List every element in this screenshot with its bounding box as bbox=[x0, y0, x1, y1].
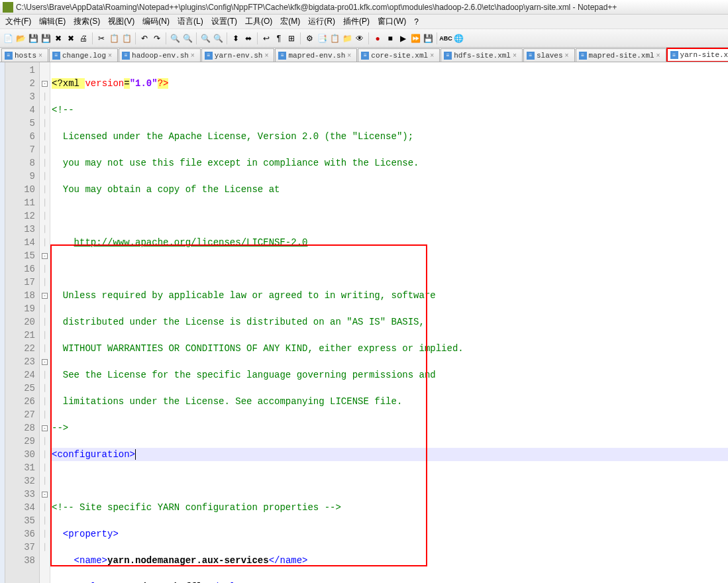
fold-marker[interactable]: │ bbox=[40, 183, 50, 196]
save-all-icon[interactable]: 💾 bbox=[40, 32, 52, 44]
fold-marker[interactable]: - bbox=[40, 77, 50, 90]
fold-marker[interactable]: - bbox=[40, 421, 50, 435]
fold-marker[interactable]: - bbox=[40, 488, 50, 501]
tab-hadoop-env-sh[interactable]: ≡hadoop-env.sh× bbox=[119, 48, 201, 62]
fold-marker[interactable]: │ bbox=[40, 342, 50, 355]
fold-marker[interactable]: │ bbox=[40, 143, 50, 156]
menu-encoding[interactable]: 编码(N) bbox=[138, 15, 174, 28]
tab-change-log[interactable]: ≡change.log× bbox=[49, 48, 118, 62]
fold-marker[interactable]: - bbox=[40, 355, 50, 368]
close-icon[interactable]: × bbox=[38, 52, 45, 59]
fold-marker[interactable]: │ bbox=[40, 130, 50, 143]
editor[interactable]: 1234567891011121314151617181920212223242… bbox=[0, 62, 728, 583]
fold-marker[interactable]: │ bbox=[40, 501, 50, 514]
menu-settings[interactable]: 设置(T) bbox=[207, 15, 241, 28]
menu-help[interactable]: ? bbox=[410, 16, 423, 28]
tab-mapred-site-xml[interactable]: ≡mapred-site.xml× bbox=[576, 48, 666, 62]
fold-marker[interactable]: │ bbox=[40, 408, 50, 421]
fold-marker[interactable]: │ bbox=[40, 527, 50, 541]
doc-map-icon[interactable]: 📑 bbox=[316, 32, 328, 44]
fold-marker[interactable]: │ bbox=[40, 461, 50, 474]
close-icon[interactable]: × bbox=[108, 52, 115, 59]
folder-icon[interactable]: 📁 bbox=[341, 32, 353, 44]
ftp-icon[interactable]: 🌐 bbox=[452, 32, 464, 44]
close-icon[interactable]: × bbox=[430, 52, 437, 59]
close-icon[interactable]: × bbox=[513, 52, 519, 59]
fold-marker[interactable]: │ bbox=[40, 315, 50, 329]
zoom-out-icon[interactable]: 🔍 bbox=[212, 32, 224, 44]
find-icon[interactable]: 🔍 bbox=[169, 32, 181, 44]
close-icon[interactable]: × bbox=[565, 52, 572, 59]
fold-marker[interactable]: │ bbox=[40, 209, 50, 223]
fold-marker[interactable]: │ bbox=[40, 435, 50, 448]
new-file-icon[interactable]: 📄 bbox=[2, 32, 14, 44]
sync-h-icon[interactable]: ⬌ bbox=[242, 32, 254, 44]
replace-icon[interactable]: 🔍 bbox=[182, 32, 193, 44]
tab-slaves[interactable]: ≡slaves× bbox=[523, 48, 575, 62]
close-icon[interactable]: × bbox=[656, 52, 663, 59]
zoom-in-icon[interactable]: 🔍 bbox=[199, 32, 211, 44]
open-file-icon[interactable]: 📂 bbox=[15, 32, 26, 44]
close-all-icon[interactable]: ✖ bbox=[65, 32, 77, 44]
license-url[interactable]: http://www.apache.org/licenses/LICENSE-2… bbox=[74, 237, 308, 248]
stop-icon[interactable]: ■ bbox=[384, 32, 396, 44]
menu-view[interactable]: 视图(V) bbox=[104, 15, 138, 28]
menu-window[interactable]: 窗口(W) bbox=[374, 15, 410, 28]
print-icon[interactable]: 🖨 bbox=[78, 32, 89, 44]
record-icon[interactable]: ● bbox=[372, 32, 384, 44]
fold-marker[interactable]: │ bbox=[40, 276, 50, 289]
menu-edit[interactable]: 编辑(E) bbox=[35, 15, 70, 28]
fold-marker[interactable]: │ bbox=[40, 103, 50, 117]
close-icon[interactable]: ✖ bbox=[52, 32, 64, 44]
paste-icon[interactable]: 📋 bbox=[121, 32, 132, 44]
fold-marker[interactable]: │ bbox=[40, 302, 50, 315]
fold-marker[interactable]: │ bbox=[40, 448, 50, 461]
fold-marker[interactable]: - bbox=[40, 249, 50, 262]
fold-marker[interactable]: │ bbox=[40, 223, 50, 236]
code-area[interactable]: <?xml version="1.0"?> <!-- Licensed unde… bbox=[50, 62, 728, 583]
redo-icon[interactable]: ↷ bbox=[151, 32, 163, 44]
save-macro-icon[interactable]: 💾 bbox=[422, 32, 434, 44]
fold-marker[interactable]: │ bbox=[40, 395, 50, 408]
fold-marker[interactable]: │ bbox=[40, 329, 50, 342]
close-icon[interactable]: × bbox=[347, 52, 354, 59]
close-icon[interactable]: × bbox=[264, 52, 271, 59]
fold-marker[interactable]: │ bbox=[40, 382, 50, 395]
menu-tools[interactable]: 工具(O) bbox=[241, 15, 276, 28]
fold-marker[interactable] bbox=[40, 64, 50, 77]
menu-file[interactable]: 文件(F) bbox=[1, 15, 35, 28]
menu-run[interactable]: 运行(R) bbox=[304, 15, 339, 28]
fold-marker[interactable]: │ bbox=[40, 156, 50, 170]
close-icon[interactable]: × bbox=[191, 52, 197, 59]
copy-icon[interactable]: 📋 bbox=[108, 32, 120, 44]
fold-marker[interactable]: │ bbox=[40, 196, 50, 209]
fold-marker[interactable]: │ bbox=[40, 514, 50, 527]
tab-yarn-env-sh[interactable]: ≡yarn-env.sh× bbox=[201, 48, 275, 62]
allchars-icon[interactable]: ¶ bbox=[273, 32, 285, 44]
menu-search[interactable]: 搜索(S) bbox=[70, 15, 104, 28]
fold-marker[interactable]: - bbox=[40, 289, 50, 302]
wordwrap-icon[interactable]: ↩ bbox=[260, 32, 272, 44]
sync-v-icon[interactable]: ⬍ bbox=[230, 32, 242, 44]
fold-marker[interactable] bbox=[40, 554, 50, 567]
fold-marker[interactable]: │ bbox=[40, 541, 50, 554]
fold-marker[interactable]: │ bbox=[40, 117, 50, 130]
tab-yarn-site-xml[interactable]: ≡yarn-site.xml× bbox=[667, 48, 728, 62]
tab-hdfs-site-xml[interactable]: ≡hdfs-site.xml× bbox=[441, 48, 523, 62]
fold-marker[interactable]: │ bbox=[40, 170, 50, 183]
menu-language[interactable]: 语言(L) bbox=[174, 15, 207, 28]
fold-marker[interactable]: │ bbox=[40, 90, 50, 103]
func-list-icon[interactable]: 📋 bbox=[329, 32, 340, 44]
fold-marker[interactable]: │ bbox=[40, 262, 50, 276]
tab-hosts[interactable]: ≡hosts× bbox=[1, 48, 48, 62]
tab-core-site-xml[interactable]: ≡core-site.xml× bbox=[358, 48, 440, 62]
menu-macro[interactable]: 宏(M) bbox=[276, 15, 304, 28]
indent-guide-icon[interactable]: ⊞ bbox=[286, 32, 297, 44]
menu-plugins[interactable]: 插件(P) bbox=[339, 15, 374, 28]
save-icon[interactable]: 💾 bbox=[27, 32, 39, 44]
undo-icon[interactable]: ↶ bbox=[138, 32, 150, 44]
lang-icon[interactable]: ⚙ bbox=[303, 32, 315, 44]
monitor-icon[interactable]: 👁 bbox=[354, 32, 366, 44]
fold-marker[interactable]: │ bbox=[40, 236, 50, 249]
cut-icon[interactable]: ✂ bbox=[95, 32, 107, 44]
